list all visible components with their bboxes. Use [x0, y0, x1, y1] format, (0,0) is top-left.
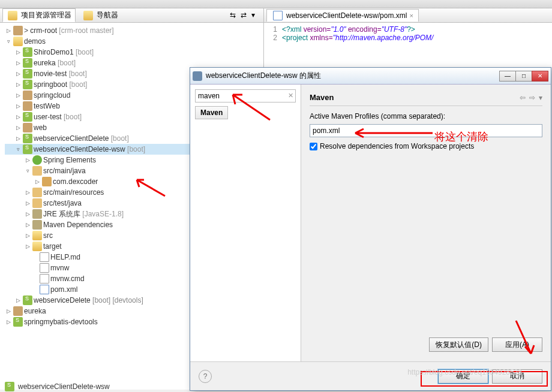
close-icon[interactable]: ×: [409, 12, 413, 19]
tab-label: 项目资源管理器: [21, 10, 71, 20]
status-bar: webserviceClientDelete-wsw: [4, 382, 110, 391]
spring-boot-icon: [23, 134, 32, 143]
close-button[interactable]: ✕: [532, 71, 548, 82]
tab-label: 导航器: [97, 10, 118, 20]
minimize-button[interactable]: —: [499, 71, 516, 82]
navigator-icon: [83, 11, 93, 20]
dialog-icon: [193, 71, 202, 81]
project-icon: [23, 123, 32, 132]
editor-tab[interactable]: webserviceClientDelete-wsw/pom.xml ×: [266, 9, 419, 22]
source-folder-icon: [32, 188, 42, 197]
status-label: webserviceClientDelete-wsw: [18, 382, 110, 391]
jre-library-icon: [32, 209, 42, 219]
spring-icon: [32, 155, 42, 165]
spring-boot-icon: [23, 80, 32, 89]
xml-file-icon: [273, 11, 283, 20]
resolve-label: Resolve dependencies from Workspace proj…: [320, 142, 474, 150]
forward-icon[interactable]: ⇨: [529, 94, 535, 102]
dialog-title-bar[interactable]: webserviceClientDelete-wsw 的属性 — □ ✕: [190, 68, 551, 85]
xml-file-icon: [40, 285, 49, 294]
spring-boot-icon: [23, 295, 32, 305]
folder-icon: [8, 11, 17, 20]
folder-icon: [32, 242, 42, 251]
panel-tab-bar: 项目资源管理器 导航器 ⇆ ⇄ ▾: [0, 8, 263, 23]
profiles-input[interactable]: [310, 124, 542, 137]
spring-boot-icon: [23, 112, 32, 122]
spring-boot-icon: [13, 317, 23, 327]
editor-tab-bar: webserviceClientDelete-wsw/pom.xml ×: [264, 8, 552, 23]
section-heading: Maven: [310, 93, 334, 102]
source-folder-icon: [32, 166, 42, 176]
apply-button[interactable]: 应用(A): [492, 337, 542, 352]
dialog-title: webserviceClientDelete-wsw 的属性: [206, 71, 321, 81]
tab-navigator[interactable]: 导航器: [78, 8, 122, 22]
spring-boot-icon: [5, 382, 14, 391]
ok-button[interactable]: 确定: [438, 369, 488, 384]
properties-dialog: webserviceClientDelete-wsw 的属性 — □ ✕ ✕ M…: [190, 67, 551, 391]
back-icon[interactable]: ⇦: [520, 94, 526, 102]
cancel-button[interactable]: 取消: [492, 369, 542, 384]
help-icon[interactable]: ?: [199, 370, 212, 383]
package-icon: [42, 177, 52, 186]
maven-deps-icon: [32, 220, 42, 230]
tab-project-explorer[interactable]: 项目资源管理器: [2, 8, 76, 22]
dropdown-icon[interactable]: ▾: [539, 94, 542, 102]
clear-filter-icon[interactable]: ✕: [288, 92, 293, 99]
restore-defaults-button[interactable]: 恢复默认值(D): [429, 337, 488, 352]
dialog-sidebar: ✕ Maven: [190, 85, 301, 361]
file-icon: [40, 274, 49, 284]
collapse-all-icon[interactable]: ⇆: [230, 11, 239, 20]
spring-boot-icon: [23, 47, 32, 57]
resolve-checkbox[interactable]: [310, 143, 317, 150]
link-editor-icon[interactable]: ⇄: [241, 11, 250, 20]
project-icon: [23, 101, 32, 111]
source-folder-icon: [32, 198, 42, 208]
folder-icon: [13, 37, 23, 46]
folder-icon: [32, 231, 42, 240]
project-icon: [13, 306, 23, 316]
editor-tab-label: webserviceClientDelete-wsw/pom.xml: [286, 11, 407, 20]
expand-icon[interactable]: ▿: [5, 38, 12, 45]
project-icon: [23, 91, 32, 100]
spring-boot-icon: [23, 69, 32, 79]
expand-icon[interactable]: ▷: [5, 27, 12, 34]
file-icon: [40, 263, 49, 273]
filter-input[interactable]: [195, 89, 296, 102]
file-icon: [40, 252, 49, 262]
profiles-label: Active Maven Profiles (comma separated):: [310, 112, 542, 120]
project-icon: [13, 26, 23, 35]
category-maven[interactable]: Maven: [195, 106, 228, 119]
dialog-content: Maven ⇦ ⇨ ▾ Active Maven Profiles (comma…: [301, 85, 551, 361]
view-menu-icon[interactable]: ▾: [251, 11, 261, 20]
spring-boot-icon: [23, 58, 32, 68]
maximize-button[interactable]: □: [515, 71, 532, 82]
spring-boot-icon: [23, 144, 32, 154]
